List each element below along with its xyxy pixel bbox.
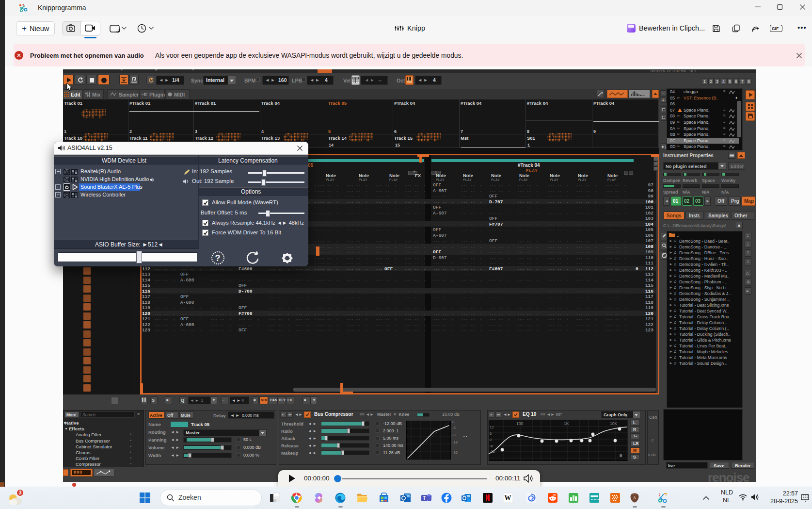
svg-text:?: ?	[215, 253, 221, 263]
svg-text:A: A	[633, 495, 637, 500]
svg-text:W: W	[505, 494, 511, 502]
svg-text:T: T	[423, 495, 426, 501]
svg-text:BLASTER: BLASTER	[591, 498, 600, 501]
